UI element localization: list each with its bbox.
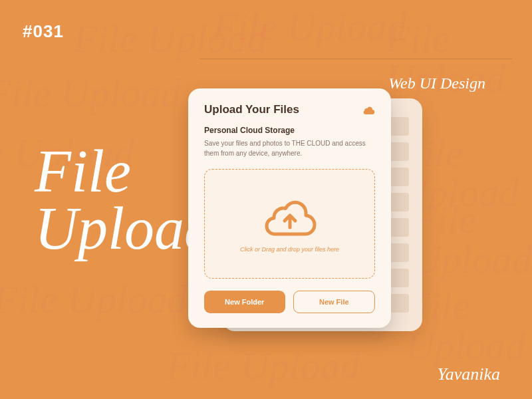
new-folder-button[interactable]: New Folder [204,291,285,313]
bg-text: File Upload [166,346,360,386]
dropzone-hint: Click or Drag and drop your files here [240,246,339,253]
file-dropzone[interactable]: Click or Drag and drop your files here [204,169,375,279]
cloud-icon [362,105,375,114]
new-file-button[interactable]: New File [293,291,376,313]
category-label: Web UI Design [388,74,485,92]
bg-text: File Upload [406,286,532,366]
cloud-upload-icon [263,196,317,246]
divider [200,59,512,59]
bg-text: File Upload [0,279,188,319]
main-title: File Upload [35,143,214,257]
button-row: New Folder New File [204,291,375,313]
bg-text: File Upload [213,7,407,47]
author-signature: Yavanika [438,364,500,384]
upload-card: Upload Your Files Personal Cloud Storage… [188,88,391,328]
card-header: Upload Your Files [204,103,375,116]
bg-text: File Upload [412,200,532,279]
challenge-number: #031 [23,21,64,42]
bg-text: File Upload [0,73,181,113]
card-title: Upload Your Files [204,103,299,116]
card-description: Save your files and photos to THE CLOUD … [204,139,375,158]
main-title-line1: File [35,143,214,200]
card-subtitle: Personal Cloud Storage [204,126,375,135]
bg-text: File Upload [73,19,267,59]
main-title-line2: Upload [35,200,214,257]
